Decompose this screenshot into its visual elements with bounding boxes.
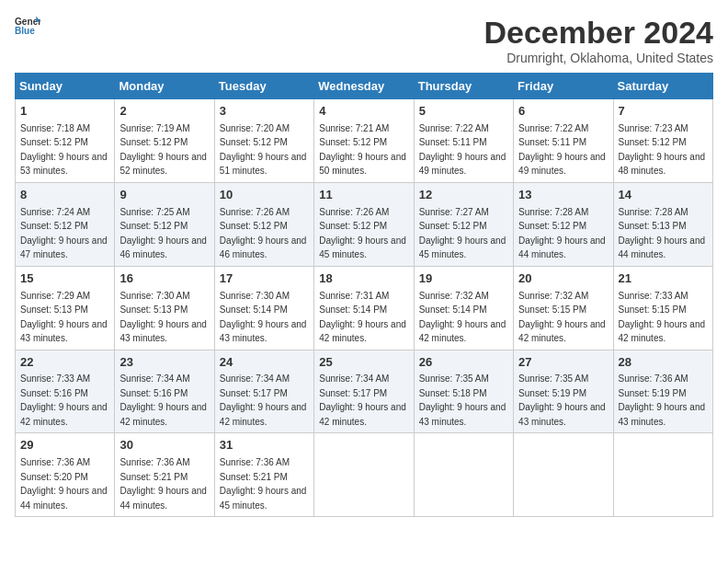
day-number: 18	[319, 270, 408, 288]
sunset-info: Sunset: 5:16 PM	[20, 388, 88, 398]
sunrise-info: Sunrise: 7:30 AM	[220, 291, 290, 301]
calendar-cell: 24Sunrise: 7:34 AMSunset: 5:17 PMDayligh…	[214, 350, 313, 433]
daylight-info: Daylight: 9 hours and 42 minutes.	[419, 319, 506, 344]
day-number: 13	[518, 187, 608, 204]
calendar-table: Sunday Monday Tuesday Wednesday Thursday…	[15, 73, 713, 517]
daylight-info: Daylight: 9 hours and 46 minutes.	[119, 236, 207, 260]
day-number: 16	[119, 270, 209, 288]
sunset-info: Sunset: 5:19 PM	[518, 388, 586, 398]
calendar-cell: 13Sunrise: 7:28 AMSunset: 5:12 PMDayligh…	[514, 182, 613, 266]
header-monday: Monday	[115, 74, 214, 99]
logo-icon: General Blue	[15, 15, 40, 40]
sunrise-info: Sunrise: 7:35 AM	[419, 373, 489, 384]
header-sunday: Sunday	[16, 74, 115, 99]
daylight-info: Daylight: 9 hours and 46 minutes.	[220, 236, 307, 260]
daylight-info: Daylight: 9 hours and 45 minutes.	[419, 236, 506, 260]
sunrise-info: Sunrise: 7:29 AM	[20, 291, 90, 301]
week-row-1: 1Sunrise: 7:18 AMSunset: 5:12 PMDaylight…	[16, 99, 713, 183]
calendar-cell: 3Sunrise: 7:20 AMSunset: 5:12 PMDaylight…	[214, 99, 313, 183]
calendar-cell: 4Sunrise: 7:21 AMSunset: 5:12 PMDaylight…	[314, 99, 414, 183]
calendar-cell: 27Sunrise: 7:35 AMSunset: 5:19 PMDayligh…	[514, 350, 613, 433]
day-number: 2	[119, 103, 209, 121]
sunset-info: Sunset: 5:20 PM	[20, 472, 88, 482]
calendar-cell: 8Sunrise: 7:24 AMSunset: 5:12 PMDaylight…	[16, 182, 115, 266]
calendar-cell	[514, 433, 613, 517]
daylight-info: Daylight: 9 hours and 44 minutes.	[119, 486, 207, 511]
sunrise-info: Sunrise: 7:28 AM	[518, 207, 588, 217]
sunrise-info: Sunrise: 7:32 AM	[419, 291, 489, 301]
logo: General Blue	[15, 15, 40, 40]
calendar-cell	[414, 433, 513, 517]
daylight-info: Daylight: 9 hours and 42 minutes.	[619, 319, 706, 344]
calendar-cell: 29Sunrise: 7:36 AMSunset: 5:20 PMDayligh…	[16, 433, 115, 517]
daylight-info: Daylight: 9 hours and 42 minutes.	[319, 402, 406, 427]
day-number: 12	[419, 187, 508, 204]
sunset-info: Sunset: 5:16 PM	[119, 388, 188, 398]
week-row-5: 29Sunrise: 7:36 AMSunset: 5:20 PMDayligh…	[16, 433, 713, 517]
calendar-cell: 17Sunrise: 7:30 AMSunset: 5:14 PMDayligh…	[214, 266, 313, 350]
sunrise-info: Sunrise: 7:36 AM	[220, 457, 290, 467]
sunrise-info: Sunrise: 7:30 AM	[119, 291, 189, 301]
sunrise-info: Sunrise: 7:18 AM	[20, 123, 90, 133]
day-number: 17	[220, 270, 309, 288]
sunset-info: Sunset: 5:12 PM	[319, 137, 387, 147]
week-row-3: 15Sunrise: 7:29 AMSunset: 5:13 PMDayligh…	[16, 266, 713, 350]
day-number: 24	[220, 354, 309, 372]
daylight-info: Daylight: 9 hours and 50 minutes.	[319, 152, 406, 177]
calendar-cell: 20Sunrise: 7:32 AMSunset: 5:15 PMDayligh…	[514, 266, 613, 350]
calendar-cell: 19Sunrise: 7:32 AMSunset: 5:14 PMDayligh…	[414, 266, 513, 350]
sunset-info: Sunset: 5:12 PM	[319, 221, 387, 231]
day-number: 22	[20, 354, 109, 372]
sunrise-info: Sunrise: 7:36 AM	[619, 373, 688, 384]
day-number: 25	[319, 354, 408, 372]
daylight-info: Daylight: 9 hours and 42 minutes.	[518, 319, 606, 344]
daylight-info: Daylight: 9 hours and 43 minutes.	[119, 319, 207, 344]
sunset-info: Sunset: 5:11 PM	[518, 137, 586, 147]
sunrise-info: Sunrise: 7:34 AM	[119, 373, 189, 384]
day-number: 21	[619, 270, 708, 288]
sunrise-info: Sunrise: 7:32 AM	[518, 291, 588, 301]
day-number: 7	[619, 103, 708, 121]
daylight-info: Daylight: 9 hours and 42 minutes.	[119, 402, 207, 427]
sunrise-info: Sunrise: 7:28 AM	[619, 207, 688, 217]
calendar-cell: 18Sunrise: 7:31 AMSunset: 5:14 PMDayligh…	[314, 266, 414, 350]
day-number: 5	[419, 103, 508, 121]
daylight-info: Daylight: 9 hours and 43 minutes.	[518, 402, 606, 427]
sunset-info: Sunset: 5:18 PM	[419, 388, 487, 398]
sunrise-info: Sunrise: 7:27 AM	[419, 207, 489, 217]
sunrise-info: Sunrise: 7:19 AM	[119, 123, 189, 133]
sunrise-info: Sunrise: 7:25 AM	[119, 207, 189, 217]
calendar-cell: 16Sunrise: 7:30 AMSunset: 5:13 PMDayligh…	[115, 266, 214, 350]
daylight-info: Daylight: 9 hours and 42 minutes.	[319, 319, 406, 344]
day-number: 30	[119, 437, 209, 454]
daylight-info: Daylight: 9 hours and 52 minutes.	[119, 152, 207, 177]
day-number: 9	[119, 187, 209, 204]
sunset-info: Sunset: 5:15 PM	[619, 304, 687, 315]
sunrise-info: Sunrise: 7:26 AM	[319, 207, 389, 217]
sunrise-info: Sunrise: 7:36 AM	[119, 457, 189, 467]
sunset-info: Sunset: 5:12 PM	[419, 221, 487, 231]
sunset-info: Sunset: 5:13 PM	[619, 221, 687, 231]
sunrise-info: Sunrise: 7:36 AM	[20, 457, 90, 467]
daylight-info: Daylight: 9 hours and 47 minutes.	[20, 236, 108, 260]
sunrise-info: Sunrise: 7:33 AM	[619, 291, 688, 301]
day-number: 26	[419, 354, 508, 372]
calendar-cell	[613, 433, 712, 517]
daylight-info: Daylight: 9 hours and 51 minutes.	[220, 152, 307, 177]
day-number: 19	[419, 270, 508, 288]
sunset-info: Sunset: 5:21 PM	[119, 472, 188, 482]
day-number: 3	[220, 103, 309, 121]
day-number: 14	[619, 187, 708, 204]
header-wednesday: Wednesday	[314, 74, 414, 99]
sunset-info: Sunset: 5:14 PM	[419, 304, 487, 315]
calendar-cell: 2Sunrise: 7:19 AMSunset: 5:12 PMDaylight…	[115, 99, 214, 183]
daylight-info: Daylight: 9 hours and 48 minutes.	[619, 152, 706, 177]
day-number: 8	[20, 187, 109, 204]
day-number: 27	[518, 354, 608, 372]
sunset-info: Sunset: 5:19 PM	[619, 388, 687, 398]
sunset-info: Sunset: 5:17 PM	[220, 388, 288, 398]
calendar-cell: 7Sunrise: 7:23 AMSunset: 5:12 PMDaylight…	[613, 99, 712, 183]
header-saturday: Saturday	[613, 74, 712, 99]
title-area: December 2024 Drumright, Oklahoma, Unite…	[483, 15, 713, 65]
calendar-title: December 2024	[483, 15, 713, 51]
